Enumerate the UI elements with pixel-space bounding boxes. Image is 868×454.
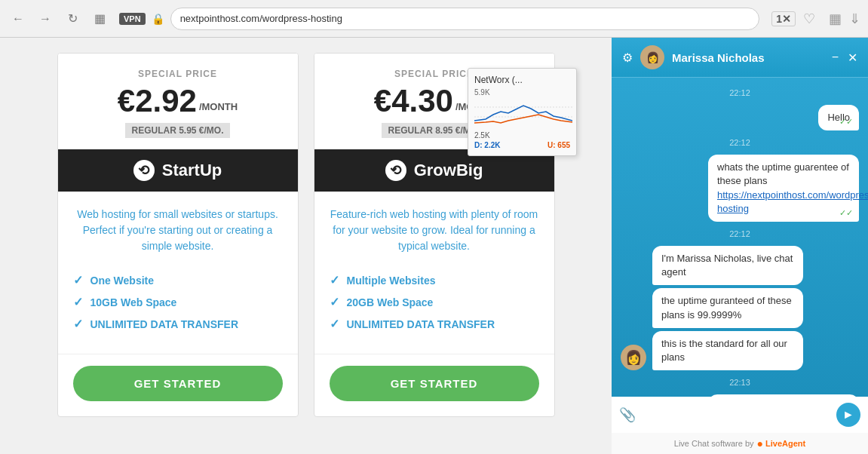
url-bar[interactable] <box>170 8 760 30</box>
chat-messages[interactable]: 22:12 Hello ✓✓ 22:12 whats the uptime gu… <box>612 78 868 397</box>
msg-agent-uptime: the uptime guranteed of these plans is 9… <box>652 288 803 327</box>
reload-button[interactable]: ↻ <box>62 8 83 29</box>
chat-panel: ⚙ 👩 Marissa Nicholas − ✕ 22:12 Hello ✓✓ … <box>612 38 868 454</box>
networx-title: NetWorx (... <box>474 75 570 85</box>
startup-name: StartUp <box>162 161 222 180</box>
networx-2k-label: 2.5K <box>474 131 490 140</box>
startup-regular-price: REGULAR 5.95 €/MO. <box>125 123 229 138</box>
chat-footer: Live Chat software by ● LiveAgent <box>612 433 868 454</box>
main-area: SPECIAL PRICE €2.92 /MONTH REGULAR 5.95 … <box>0 38 868 454</box>
msg-time-2: 22:12 <box>621 138 859 147</box>
msg-check-icon-2: ✓✓ <box>839 207 853 219</box>
growbig-feature-label-3: UNLIMITED DATA TRANSFER <box>347 318 495 330</box>
send-button[interactable]: ► <box>836 403 860 427</box>
msg-hello-bubble: Hello ✓✓ <box>818 105 859 130</box>
wordpress-logo-2: ⟲ <box>385 160 406 181</box>
networx-5k-label: 5.9K <box>474 88 490 97</box>
startup-feature-2: ✓ 10GB Web Space <box>73 295 283 309</box>
check-icon-1: ✓ <box>73 273 83 287</box>
growbig-feature-label-1: Multiple Websites <box>347 275 436 287</box>
startup-period: /MONTH <box>199 101 238 112</box>
agent-avatar: 👩 <box>640 45 664 69</box>
networx-download: D: 2.2K <box>474 141 500 149</box>
growbig-description: Feature-rich web hosting with plenty of … <box>314 192 554 269</box>
bookmark-icon[interactable]: ♡ <box>803 11 815 27</box>
growbig-cta-button[interactable]: GET STARTED <box>330 366 539 401</box>
check-icon-6: ✓ <box>330 317 339 331</box>
msg-price-bubble: after 1 year will the price change to <box>708 394 859 397</box>
chat-header-left: ⚙ 👩 Marissa Nicholas <box>622 45 765 69</box>
liveagent-branding: ● LiveAgent <box>757 437 806 449</box>
browser-actions: 1✕ ♡ ▦ ⇓ <box>771 11 860 27</box>
agent-name: Marissa Nicholas <box>672 51 765 64</box>
check-icon-3: ✓ <box>73 317 83 331</box>
growbig-price: €4.30 <box>374 85 453 117</box>
growbig-features: ✓ Multiple Websites ✓ 20GB Web Space ✓ U… <box>314 269 554 354</box>
vpn-badge: VPN <box>119 13 146 25</box>
startup-header: SPECIAL PRICE €2.92 /MONTH REGULAR 5.95 … <box>58 54 298 149</box>
startup-plan-card: SPECIAL PRICE €2.92 /MONTH REGULAR 5.95 … <box>57 53 299 417</box>
chat-input-field[interactable] <box>642 410 830 421</box>
extension-count[interactable]: 1✕ <box>771 11 796 26</box>
growbig-feature-2: ✓ 20GB Web Space <box>330 295 539 309</box>
chat-settings-button[interactable]: ⚙ <box>622 51 633 65</box>
growbig-feature-label-2: 20GB Web Space <box>347 296 434 308</box>
chat-input-area: 📎 ► <box>612 397 868 433</box>
msg-agent-standard: this is the standard for all our plans <box>652 331 803 370</box>
startup-title-bar: ⟲ StartUp <box>58 149 298 192</box>
chat-close-button[interactable]: ✕ <box>848 51 857 65</box>
chat-minimize-button[interactable]: − <box>832 51 839 64</box>
chat-header: ⚙ 👩 Marissa Nicholas − ✕ <box>612 38 868 78</box>
check-icon-4: ✓ <box>330 273 339 287</box>
msg-check-icon: ✓✓ <box>839 116 853 127</box>
networx-graph <box>474 98 572 127</box>
growbig-name: GrowBig <box>414 161 483 180</box>
wordpress-logo: ⟲ <box>133 160 155 181</box>
msg-uptime-row: whats the uptime guarentee of these plan… <box>621 155 859 222</box>
networx-tooltip: NetWorx (... 5.9K 2.5K D: 2.2K U: 655 <box>468 68 577 156</box>
startup-description: Web hosting for small websites or startu… <box>58 192 298 269</box>
agent-avatar-small: 👩 <box>621 345 646 370</box>
startup-feature-label-2: 10GB Web Space <box>90 296 177 308</box>
plans-area: SPECIAL PRICE €2.92 /MONTH REGULAR 5.95 … <box>0 38 612 454</box>
growbig-footer: GET STARTED <box>314 354 554 416</box>
msg-hello-row: Hello ✓✓ <box>621 105 859 130</box>
startup-feature-1: ✓ One Website <box>73 273 283 287</box>
growbig-feature-1: ✓ Multiple Websites <box>330 273 539 287</box>
startup-special-label: SPECIAL PRICE <box>73 69 283 79</box>
msg-time-4: 22:13 <box>621 378 859 387</box>
attach-button[interactable]: 📎 <box>619 406 636 423</box>
msg-uptime-bubble: whats the uptime guarentee of these plan… <box>708 155 859 222</box>
msg-time-1: 22:12 <box>621 88 859 97</box>
back-button[interactable]: ← <box>8 8 29 29</box>
networx-upload: U: 655 <box>547 141 570 149</box>
msg-agent-row-1: 👩 I'm Marissa Nicholas, live chat agent … <box>621 246 859 370</box>
check-icon-2: ✓ <box>73 295 83 309</box>
forward-button[interactable]: → <box>35 8 56 29</box>
startup-features: ✓ One Website ✓ 10GB Web Space ✓ UNLIMIT… <box>58 269 298 354</box>
apps-button[interactable]: ▦ <box>89 8 110 29</box>
liveagent-brand: LiveAgent <box>765 439 805 448</box>
check-icon-5: ✓ <box>330 295 339 309</box>
browser-chrome: ← → ↻ ▦ VPN 🔒 1✕ ♡ ▦ ⇓ <box>0 0 868 38</box>
msg-time-3: 22:12 <box>621 229 859 238</box>
startup-price-row: €2.92 /MONTH <box>73 85 283 117</box>
footer-text: Live Chat software by <box>674 439 754 448</box>
startup-feature-label-1: One Website <box>90 275 155 287</box>
security-icon: 🔒 <box>152 13 164 25</box>
grid-icon[interactable]: ▦ <box>829 11 842 27</box>
msg-agent-intro: I'm Marissa Nicholas, live chat agent <box>652 246 803 285</box>
startup-feature-3: ✓ UNLIMITED DATA TRANSFER <box>73 317 283 331</box>
growbig-feature-3: ✓ UNLIMITED DATA TRANSFER <box>330 317 539 331</box>
chat-header-actions: − ✕ <box>832 51 857 65</box>
startup-footer: GET STARTED <box>58 354 298 416</box>
startup-cta-button[interactable]: GET STARTED <box>73 366 283 401</box>
startup-feature-label-3: UNLIMITED DATA TRANSFER <box>90 318 239 330</box>
download-icon[interactable]: ⇓ <box>849 11 860 27</box>
startup-price: €2.92 <box>118 85 197 117</box>
